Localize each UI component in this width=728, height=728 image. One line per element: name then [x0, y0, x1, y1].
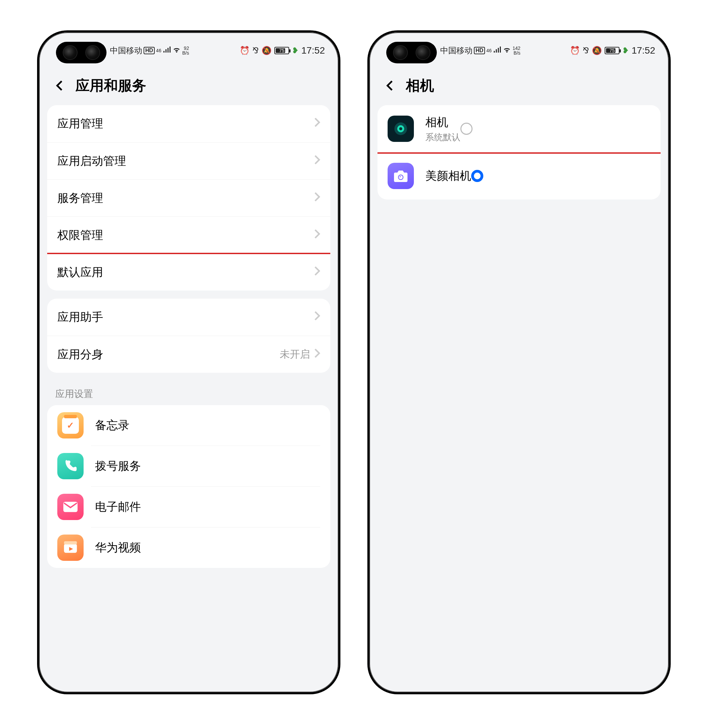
phone-left: 中国移动 HD 46 92 B/s ⏰ ⅋ 🔕 75 ❥ 17:52 — [37, 30, 340, 694]
chevron-right-icon — [314, 229, 320, 242]
app-settings-group: 备忘录 拨号服务 电子邮件 — [47, 405, 330, 568]
side-button — [669, 157, 671, 208]
option-sublabel: 系统默认 — [425, 132, 460, 143]
row-permission-management[interactable]: 权限管理 — [47, 216, 330, 254]
radio-checked-icon[interactable] — [471, 170, 483, 182]
screen-apps-services: 应用和服务 应用管理 应用启动管理 服务管理 权限管理 — [39, 32, 338, 692]
app-label: 拨号服务 — [95, 458, 141, 474]
row-label: 应用管理 — [57, 116, 103, 132]
titlebar: 应用和服务 — [39, 69, 338, 105]
svg-rect-2 — [64, 541, 77, 544]
side-button — [339, 157, 340, 208]
chevron-right-icon — [314, 192, 320, 205]
chevron-right-icon — [314, 117, 320, 130]
row-app-management[interactable]: 应用管理 — [47, 105, 330, 142]
side-button — [339, 221, 340, 309]
phone-right: 中国移动 HD 46 142 B/s ⏰ ⅋ 🔕 75 ❥ 17:52 — [367, 30, 671, 694]
camera-options-group: 相机 系统默认 美颜相机 — [378, 105, 661, 200]
section-header: 应用设置 — [39, 381, 338, 405]
side-button — [669, 221, 671, 309]
row-label: 应用启动管理 — [57, 153, 126, 169]
row-app-twin[interactable]: 应用分身 未开启 — [47, 336, 330, 373]
system-camera-icon — [388, 116, 414, 142]
back-button[interactable] — [383, 78, 398, 93]
beauty-camera-icon — [388, 163, 414, 189]
memo-icon — [57, 412, 84, 439]
app-row-dialer[interactable]: 拨号服务 — [47, 446, 330, 486]
app-row-email[interactable]: 电子邮件 — [47, 487, 330, 527]
back-button[interactable] — [53, 78, 67, 93]
chevron-right-icon — [314, 155, 320, 168]
option-label: 美颜相机 — [425, 168, 471, 184]
row-label: 应用分身 — [57, 347, 103, 362]
row-label: 服务管理 — [57, 190, 103, 206]
titlebar: 相机 — [369, 69, 669, 105]
row-app-assistant[interactable]: 应用助手 — [47, 298, 330, 336]
row-value: 未开启 — [280, 347, 310, 361]
chevron-right-icon — [314, 348, 320, 361]
row-service-management[interactable]: 服务管理 — [47, 179, 330, 216]
page-title: 应用和服务 — [75, 76, 146, 95]
radio-unchecked-icon[interactable] — [460, 123, 473, 135]
screen-default-camera: 相机 相机 系统默认 美颜相机 — [369, 32, 669, 692]
email-icon — [57, 494, 84, 520]
app-row-memo[interactable]: 备忘录 — [47, 405, 330, 445]
settings-group-2: 应用助手 应用分身 未开启 — [47, 298, 330, 373]
row-app-launch-management[interactable]: 应用启动管理 — [47, 142, 330, 179]
dialer-icon — [57, 453, 84, 479]
row-label: 权限管理 — [57, 228, 103, 243]
app-label: 电子邮件 — [95, 499, 141, 515]
row-label: 默认应用 — [57, 265, 103, 280]
app-row-huawei-video[interactable]: 华为视频 — [47, 528, 330, 568]
option-beauty-camera[interactable]: 美颜相机 — [378, 152, 661, 200]
video-icon — [57, 535, 84, 561]
app-label: 备忘录 — [95, 418, 129, 433]
chevron-right-icon — [314, 266, 320, 279]
row-label: 应用助手 — [57, 309, 103, 325]
chevron-right-icon — [314, 311, 320, 324]
app-label: 华为视频 — [95, 540, 141, 555]
option-label: 相机 — [425, 115, 460, 130]
settings-group-1: 应用管理 应用启动管理 服务管理 权限管理 默认应用 — [47, 105, 330, 291]
page-title: 相机 — [406, 76, 434, 95]
row-default-apps[interactable]: 默认应用 — [47, 254, 330, 291]
option-system-camera[interactable]: 相机 系统默认 — [378, 105, 661, 152]
svg-point-5 — [399, 127, 402, 130]
